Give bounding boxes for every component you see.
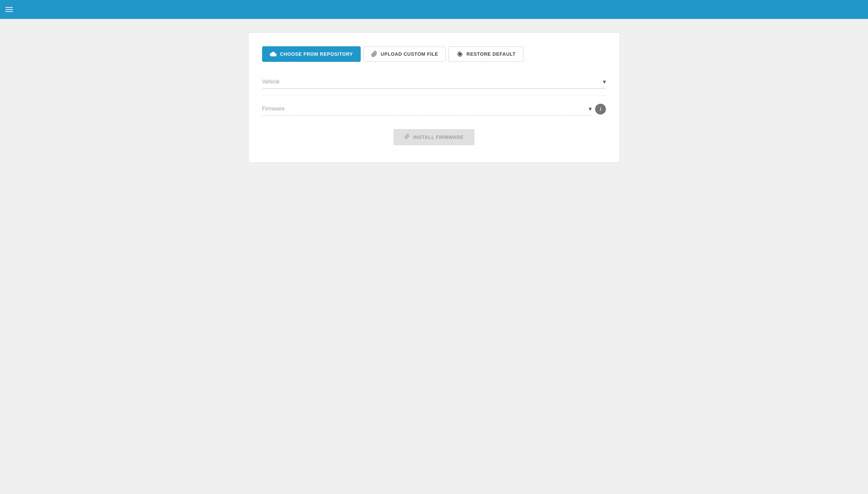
- firmware-dropdown-arrow: ▾: [589, 105, 592, 113]
- navbar: [0, 0, 868, 19]
- cloud-icon: [270, 51, 277, 57]
- tab-upload-custom-label: UPLOAD CUSTOM FILE: [381, 51, 438, 57]
- restore-icon: [456, 51, 463, 57]
- tab-restore-default-label: RESTORE DEFAULT: [467, 51, 515, 57]
- install-firmware-label: INSTALL FIRMWARE: [413, 134, 463, 140]
- content-area: CHOOSE FROM REPOSITORY UPLOAD CUSTOM FIL…: [0, 19, 868, 494]
- install-firmware-button[interactable]: INSTALL FIRMWARE: [393, 129, 474, 145]
- tab-choose-repository-label: CHOOSE FROM REPOSITORY: [280, 51, 353, 57]
- section-divider: [262, 95, 606, 96]
- main-card: CHOOSE FROM REPOSITORY UPLOAD CUSTOM FIL…: [248, 33, 620, 163]
- vehicle-dropdown[interactable]: Vehicle ▾: [262, 75, 606, 89]
- firmware-dropdown[interactable]: Firmware ▾: [262, 102, 592, 116]
- tab-choose-repository[interactable]: CHOOSE FROM REPOSITORY: [262, 46, 361, 62]
- install-row: INSTALL FIRMWARE: [262, 129, 606, 145]
- tabs-row: CHOOSE FROM REPOSITORY UPLOAD CUSTOM FIL…: [262, 46, 606, 62]
- tab-upload-custom[interactable]: UPLOAD CUSTOM FILE: [363, 46, 446, 61]
- paperclip-icon: [371, 51, 377, 57]
- firmware-dropdown-text: Firmware: [262, 106, 285, 112]
- tab-restore-default[interactable]: RESTORE DEFAULT: [449, 46, 523, 62]
- install-paperclip-icon: [404, 134, 410, 140]
- menu-button[interactable]: [5, 7, 13, 12]
- firmware-dropdown-container: Firmware ▾ i: [262, 102, 606, 116]
- firmware-info-button[interactable]: i: [595, 104, 606, 115]
- vehicle-dropdown-text: Vehicle: [262, 79, 280, 85]
- info-icon: i: [600, 107, 601, 112]
- vehicle-dropdown-arrow: ▾: [603, 78, 606, 86]
- firmware-row: Firmware ▾ i: [262, 102, 606, 116]
- vehicle-dropdown-container: Vehicle ▾: [262, 75, 606, 89]
